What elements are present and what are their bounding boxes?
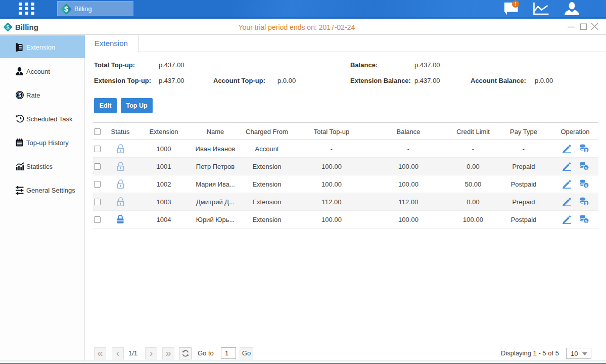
svg-text:$: $ xyxy=(585,219,587,223)
svg-text:$: $ xyxy=(18,92,21,98)
svg-text:$: $ xyxy=(64,5,68,13)
svg-text:$: $ xyxy=(585,148,587,153)
svg-text:!: ! xyxy=(515,2,516,7)
svg-text:$: $ xyxy=(585,184,587,188)
svg-text:$: $ xyxy=(585,166,587,170)
svg-text:$: $ xyxy=(585,201,587,206)
